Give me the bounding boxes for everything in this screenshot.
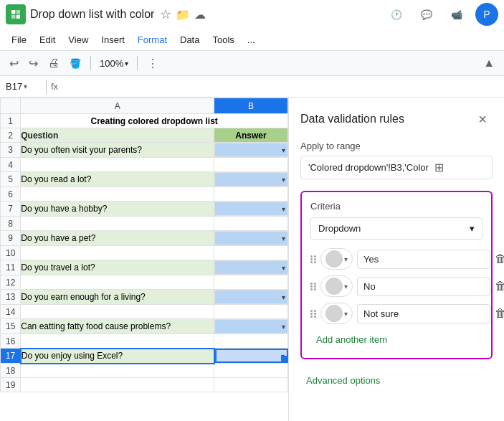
cell-a9[interactable]: Do you have a pet?	[21, 231, 214, 246]
cell-b2[interactable]: Answer	[214, 128, 288, 143]
spreadsheet[interactable]: A B 1 Creating colored dropdown list 2 Q…	[0, 98, 289, 421]
cell-b18[interactable]	[214, 364, 288, 378]
cell-a8[interactable]	[21, 217, 214, 231]
row-header-14[interactable]: 14	[1, 305, 21, 319]
col-header-a[interactable]: A	[21, 98, 214, 114]
option-input-1[interactable]	[357, 250, 490, 269]
menu-more[interactable]: ...	[242, 32, 261, 47]
cell-b12[interactable]	[214, 275, 288, 290]
cell-a11[interactable]: Do you travel a lot?	[21, 260, 214, 275]
avatar[interactable]: P	[475, 3, 498, 26]
col-header-b[interactable]: B	[214, 98, 288, 114]
drag-handle-1[interactable]	[310, 255, 316, 263]
resize-handle[interactable]	[281, 356, 287, 361]
star-icon[interactable]: ☆	[160, 6, 171, 22]
collapse-toolbar[interactable]: ▲	[480, 55, 498, 72]
option-input-3[interactable]	[357, 304, 490, 323]
row-header-5[interactable]: 5	[1, 172, 21, 187]
menu-format[interactable]: Format	[132, 32, 173, 47]
cell-b19[interactable]	[214, 378, 288, 392]
cell-a14[interactable]	[21, 305, 214, 319]
cell-b7[interactable]: ▾	[214, 202, 287, 216]
history-icon[interactable]: 🕐	[385, 3, 408, 26]
menu-tools[interactable]: Tools	[206, 32, 239, 47]
cell-b14[interactable]	[214, 305, 288, 319]
cell-b15[interactable]: ▾	[214, 319, 287, 334]
delete-option-3[interactable]: 🗑	[495, 303, 504, 323]
cell-b17[interactable]: ▾	[215, 349, 288, 363]
row-header-19[interactable]: 19	[1, 378, 21, 392]
row-header-11[interactable]: 11	[1, 260, 21, 275]
cell-a2[interactable]: Question	[21, 128, 214, 143]
menu-file[interactable]: File	[6, 32, 32, 47]
advanced-options-link[interactable]: Advanced options	[300, 371, 386, 390]
row-header-12[interactable]: 12	[1, 275, 21, 290]
cell-a16[interactable]	[21, 334, 214, 349]
row-header-3[interactable]: 3	[1, 143, 21, 158]
folder-icon[interactable]: 📁	[176, 8, 190, 22]
cell-a5[interactable]: Do you read a lot?	[21, 172, 214, 187]
row-header-7[interactable]: 7	[1, 202, 21, 217]
row-header-16[interactable]: 16	[1, 334, 21, 349]
cell-a10[interactable]	[21, 246, 214, 260]
row-header-8[interactable]: 8	[1, 217, 21, 231]
option-input-2[interactable]	[357, 277, 490, 296]
color-picker-3[interactable]: ▾	[320, 303, 353, 324]
cell-a7[interactable]: Do you have a hobby?	[21, 202, 214, 217]
more-toolbar[interactable]: ⋮	[143, 55, 162, 72]
row-header-13[interactable]: 13	[1, 290, 21, 305]
cell-a4[interactable]	[21, 158, 214, 172]
cell-b11[interactable]: ▾	[214, 260, 287, 275]
cell-b16[interactable]	[214, 334, 288, 349]
panel-close-button[interactable]: ×	[472, 109, 493, 129]
menu-edit[interactable]: Edit	[34, 32, 61, 47]
cell-b8[interactable]	[214, 217, 288, 231]
cell-a1[interactable]: Creating colored dropdown list	[21, 114, 288, 128]
cell-a18[interactable]	[21, 364, 214, 378]
row-header-17[interactable]: 17	[1, 349, 21, 364]
cell-b6[interactable]	[214, 187, 288, 202]
row-header-2[interactable]: 2	[1, 128, 21, 143]
cell-b10[interactable]	[214, 246, 288, 260]
color-picker-2[interactable]: ▾	[320, 275, 353, 297]
cell-a17[interactable]: Do you enjoy using Excel?	[21, 349, 214, 364]
menu-insert[interactable]: Insert	[95, 32, 130, 47]
cell-a15[interactable]: Can eatting fatty food cause problems?	[21, 319, 214, 334]
cell-b4[interactable]	[214, 158, 288, 172]
drag-handle-2[interactable]	[310, 283, 316, 290]
redo-button[interactable]: ↪	[25, 55, 42, 72]
range-box[interactable]: 'Colored dropdown'!B3,'Color ⊞	[300, 156, 493, 179]
menu-data[interactable]: Data	[174, 32, 205, 47]
row-header-9[interactable]: 9	[1, 231, 21, 246]
drag-handle-3[interactable]	[310, 310, 316, 318]
cell-b13[interactable]: ▾	[214, 290, 287, 304]
cell-a13[interactable]: Do you earn enough for a living?	[21, 290, 214, 305]
row-header-15[interactable]: 15	[1, 319, 21, 334]
cell-a3[interactable]: Do you often visit your parents?	[21, 143, 214, 158]
cell-b5[interactable]: ▾	[214, 172, 287, 186]
row-header-10[interactable]: 10	[1, 246, 21, 260]
undo-button[interactable]: ↩	[6, 55, 22, 72]
row-header-6[interactable]: 6	[1, 187, 21, 202]
cell-reference[interactable]: B17 ▾	[6, 81, 42, 92]
zoom-control[interactable]: 100% ▾	[97, 57, 131, 70]
cell-b9[interactable]: ▾	[214, 231, 287, 245]
print-button[interactable]: 🖨	[44, 55, 63, 72]
video-icon[interactable]: 📹	[445, 3, 468, 26]
add-item-button[interactable]: Add another item	[310, 330, 393, 349]
chat-icon[interactable]: 💬	[415, 3, 438, 26]
color-picker-1[interactable]: ▾	[320, 248, 353, 270]
paint-button[interactable]: 🪣	[66, 56, 85, 71]
row-header-1[interactable]: 1	[1, 114, 21, 128]
cell-a6[interactable]	[21, 187, 214, 202]
row-header-4[interactable]: 4	[1, 158, 21, 172]
cell-a12[interactable]	[21, 275, 214, 290]
cell-b3[interactable]: ▾	[214, 143, 287, 157]
cell-a19[interactable]	[21, 378, 214, 392]
row-header-18[interactable]: 18	[1, 364, 21, 378]
cloud-icon[interactable]: ☁	[194, 8, 206, 22]
dropdown-type-select[interactable]: Dropdown ▾	[310, 217, 482, 240]
menu-view[interactable]: View	[62, 32, 94, 47]
delete-option-1[interactable]: 🗑	[495, 249, 504, 269]
delete-option-2[interactable]: 🗑	[495, 276, 504, 296]
